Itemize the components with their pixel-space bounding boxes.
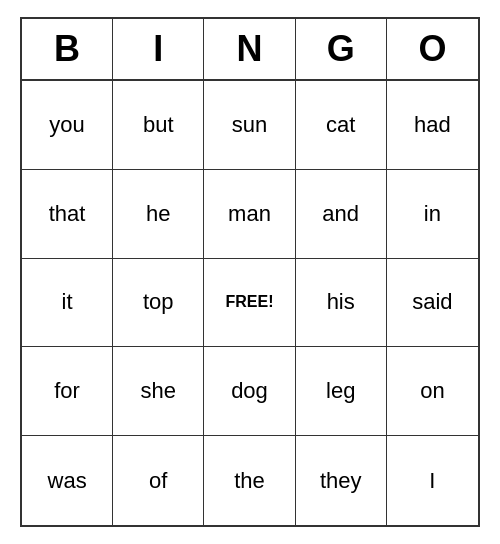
- bingo-cell-5[interactable]: that: [22, 170, 113, 259]
- bingo-cell-2[interactable]: sun: [204, 81, 295, 170]
- bingo-cell-12[interactable]: FREE!: [204, 259, 295, 348]
- bingo-cell-20[interactable]: was: [22, 436, 113, 525]
- bingo-cell-0[interactable]: you: [22, 81, 113, 170]
- bingo-cell-8[interactable]: and: [296, 170, 387, 259]
- bingo-cell-18[interactable]: leg: [296, 347, 387, 436]
- header-g: G: [296, 19, 387, 79]
- bingo-grid: youbutsuncathadthathemanandinittopFREE!h…: [22, 81, 478, 525]
- header-n: N: [204, 19, 295, 79]
- bingo-cell-17[interactable]: dog: [204, 347, 295, 436]
- bingo-cell-24[interactable]: I: [387, 436, 478, 525]
- bingo-cell-11[interactable]: top: [113, 259, 204, 348]
- header-i: I: [113, 19, 204, 79]
- bingo-cell-4[interactable]: had: [387, 81, 478, 170]
- bingo-cell-13[interactable]: his: [296, 259, 387, 348]
- bingo-cell-1[interactable]: but: [113, 81, 204, 170]
- bingo-cell-14[interactable]: said: [387, 259, 478, 348]
- header-o: O: [387, 19, 478, 79]
- bingo-cell-9[interactable]: in: [387, 170, 478, 259]
- bingo-cell-6[interactable]: he: [113, 170, 204, 259]
- bingo-card: B I N G O youbutsuncathadthathemanandini…: [20, 17, 480, 527]
- bingo-cell-7[interactable]: man: [204, 170, 295, 259]
- bingo-cell-3[interactable]: cat: [296, 81, 387, 170]
- bingo-cell-23[interactable]: they: [296, 436, 387, 525]
- bingo-cell-10[interactable]: it: [22, 259, 113, 348]
- bingo-cell-21[interactable]: of: [113, 436, 204, 525]
- bingo-cell-15[interactable]: for: [22, 347, 113, 436]
- header-b: B: [22, 19, 113, 79]
- bingo-cell-19[interactable]: on: [387, 347, 478, 436]
- bingo-cell-22[interactable]: the: [204, 436, 295, 525]
- bingo-header: B I N G O: [22, 19, 478, 81]
- bingo-cell-16[interactable]: she: [113, 347, 204, 436]
